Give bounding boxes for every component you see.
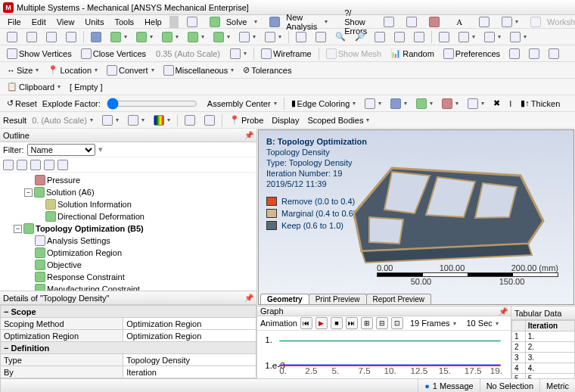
graph-plot[interactable]: 1. 1.e-3 0.2.55.7.510.12.515.17.519. bbox=[257, 331, 511, 378]
select-icon[interactable] bbox=[210, 30, 234, 44]
menu-tools[interactable]: Tools bbox=[110, 17, 138, 26]
tree-item[interactable]: Response Constraint bbox=[3, 271, 253, 283]
tree-tool-icon[interactable] bbox=[44, 160, 54, 170]
result-icon[interactable] bbox=[181, 114, 199, 127]
result-icon[interactable] bbox=[200, 114, 219, 127]
anim-last-icon[interactable]: ⏭ bbox=[346, 317, 358, 329]
menu-edit[interactable]: Edit bbox=[27, 17, 51, 26]
toolbar-icon[interactable] bbox=[182, 15, 203, 29]
location-dropdown[interactable]: 📍 Location bbox=[44, 64, 101, 77]
empty-button[interactable]: [ Empty ] bbox=[66, 80, 106, 94]
tree-item[interactable]: Directional Deformation bbox=[3, 210, 253, 222]
tab-report-preview[interactable]: Report Preview bbox=[366, 294, 431, 304]
nav-icon[interactable] bbox=[312, 30, 330, 44]
nav-icon[interactable] bbox=[292, 30, 310, 44]
edge-style[interactable] bbox=[464, 97, 488, 110]
toolbar-icon[interactable] bbox=[496, 15, 524, 29]
view-icon[interactable] bbox=[455, 30, 479, 44]
toolbar-icon[interactable]: A bbox=[446, 15, 472, 29]
view-icon[interactable] bbox=[506, 30, 530, 44]
new-analysis-button[interactable]: New Analysis bbox=[264, 15, 333, 29]
filter-clear-icon[interactable]: ▾ bbox=[98, 145, 103, 154]
clipboard-dropdown[interactable]: 📋 Clipboard bbox=[3, 80, 64, 94]
explode-slider[interactable] bbox=[107, 98, 197, 110]
select-icon[interactable] bbox=[184, 30, 208, 44]
menu-units[interactable]: Units bbox=[80, 17, 108, 26]
tree-tool-icon[interactable] bbox=[17, 160, 27, 170]
status-messages[interactable]: ●1 Message bbox=[418, 379, 479, 392]
tree-item[interactable]: Optimization Region bbox=[3, 247, 253, 259]
zoom-icon[interactable] bbox=[371, 30, 389, 44]
menu-view[interactable]: View bbox=[52, 17, 79, 26]
toolbar-icon[interactable] bbox=[401, 15, 422, 29]
tree-tool-icon[interactable] bbox=[58, 160, 68, 170]
anim-mode-icon[interactable]: ⊟ bbox=[376, 317, 388, 329]
scale-dropdown[interactable] bbox=[226, 47, 250, 61]
anim-play-icon[interactable]: ▶ bbox=[315, 317, 328, 329]
show-vertices-button[interactable]: Show Vertices bbox=[3, 47, 76, 61]
reset-button[interactable]: ↺ Reset bbox=[3, 97, 41, 110]
toolbar-icon[interactable] bbox=[505, 47, 524, 61]
pin-icon[interactable]: 📌 bbox=[244, 131, 253, 139]
size-dropdown[interactable]: ↔ Size bbox=[3, 64, 42, 77]
result-scale-dropdown[interactable]: 0. (Auto Scale) bbox=[28, 114, 97, 127]
select-icon[interactable] bbox=[261, 30, 285, 44]
probe-button[interactable]: 📍Probe bbox=[225, 114, 267, 127]
tree-item[interactable]: Manufacturing Constraint bbox=[3, 283, 253, 291]
frames-dropdown[interactable]: 19 Frames bbox=[406, 316, 460, 330]
toolbar-icon[interactable] bbox=[525, 47, 543, 61]
tolerances-button[interactable]: ⊘ Tolerances bbox=[239, 64, 295, 77]
tree-item-solution[interactable]: −Solution (A6) bbox=[3, 186, 253, 198]
sec-dropdown[interactable]: 10 Sec bbox=[463, 316, 502, 330]
tree-item[interactable]: Solution Information bbox=[3, 198, 253, 210]
viewport-3d[interactable]: B: Topology Optimization Topology Densit… bbox=[258, 129, 574, 305]
toolbar-icon[interactable] bbox=[378, 15, 399, 29]
select-icon[interactable] bbox=[87, 30, 105, 44]
solve-button[interactable]: Solve bbox=[204, 15, 263, 29]
convert-dropdown[interactable]: Convert bbox=[103, 64, 158, 77]
pin-icon[interactable]: 📌 bbox=[244, 294, 253, 302]
edge-style[interactable] bbox=[412, 97, 437, 110]
tree-item[interactable]: Analysis Settings bbox=[3, 235, 253, 247]
anim-mode-icon[interactable]: ⊞ bbox=[361, 317, 373, 329]
details-value[interactable]: Optimization Region bbox=[123, 318, 256, 330]
details-value[interactable]: Optimization Region bbox=[123, 330, 256, 342]
tab-print-preview[interactable]: Print Preview bbox=[309, 294, 367, 304]
edge-style[interactable]: ✖ bbox=[490, 97, 504, 110]
anim-stop-icon[interactable]: ■ bbox=[331, 317, 343, 329]
misc-dropdown[interactable]: Miscellaneous bbox=[160, 64, 238, 77]
tree-tool-icon[interactable] bbox=[30, 160, 41, 170]
select-icon[interactable] bbox=[107, 30, 131, 44]
tab-geometry[interactable]: Geometry bbox=[260, 294, 309, 304]
view-icon[interactable] bbox=[3, 30, 21, 44]
tree-item[interactable]: Pressure bbox=[3, 174, 253, 186]
select-icon[interactable] bbox=[132, 30, 157, 44]
filter-select[interactable]: Name bbox=[27, 144, 95, 156]
tree-tool-icon[interactable] bbox=[3, 160, 14, 170]
zoom-icon[interactable] bbox=[410, 30, 428, 44]
random-button[interactable]: 📊 Random bbox=[387, 47, 438, 61]
close-vertices-button[interactable]: Close Vertices bbox=[77, 47, 150, 61]
edge-style[interactable] bbox=[438, 97, 462, 110]
zoom-icon[interactable] bbox=[390, 30, 409, 44]
view-icon[interactable] bbox=[42, 30, 61, 44]
toolbar-icon[interactable] bbox=[424, 15, 445, 29]
view-icon[interactable] bbox=[480, 30, 505, 44]
assembly-center-dropdown[interactable]: Assembly Center bbox=[204, 97, 281, 110]
toolbar-icon[interactable] bbox=[545, 47, 563, 61]
details-value[interactable]: Iteration bbox=[123, 366, 256, 378]
pin-icon[interactable]: 📌 bbox=[499, 307, 508, 316]
worksheet-button[interactable]: Worksheet bbox=[525, 15, 575, 29]
view-icon[interactable] bbox=[23, 30, 41, 44]
edge-style[interactable] bbox=[387, 97, 411, 110]
select-icon[interactable] bbox=[158, 30, 182, 44]
edge-style[interactable] bbox=[361, 97, 385, 110]
thicken-button[interactable]: ▮↑ Thicken bbox=[517, 97, 564, 110]
result-icon[interactable] bbox=[150, 114, 174, 127]
show-mesh-button[interactable]: Show Mesh bbox=[322, 47, 385, 61]
preferences-button[interactable]: Preferences bbox=[440, 47, 504, 61]
result-icon[interactable] bbox=[98, 114, 123, 127]
edge-style[interactable]: I bbox=[505, 97, 515, 110]
tree-item[interactable]: Objective bbox=[3, 259, 253, 271]
outline-tree[interactable]: Pressure −Solution (A6) Solution Informa… bbox=[0, 173, 256, 291]
